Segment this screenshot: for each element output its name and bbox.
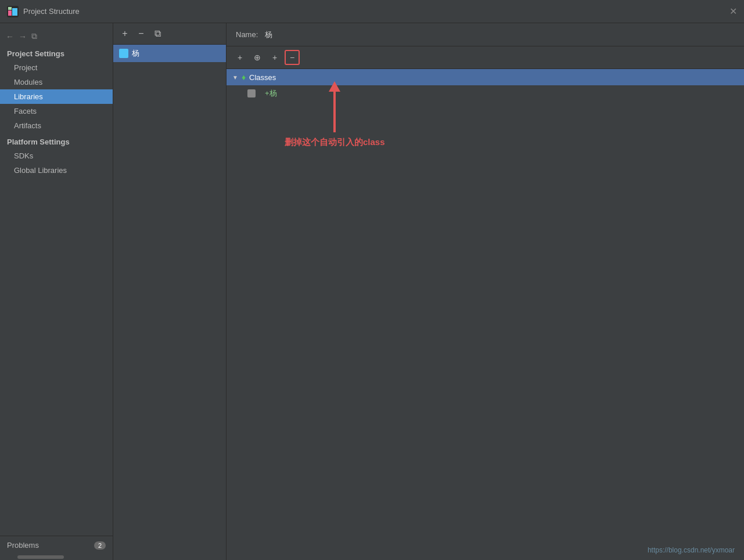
problems-section[interactable]: Problems 2: [0, 536, 113, 554]
name-row: Name:: [227, 23, 744, 46]
footer-url: https://blog.csdn.net/yxmoar: [648, 546, 735, 554]
classes-folder-icon: ♦: [242, 73, 246, 82]
right-toolbar: + ⊕ + −: [227, 46, 744, 69]
main-area: + − ⧉ 杨 Name: + ⊕: [113, 23, 744, 560]
child-icon: [247, 89, 256, 97]
sidebar-item-facets[interactable]: Facets: [0, 104, 113, 118]
list-item-selected[interactable]: 杨: [113, 45, 226, 62]
left-list-panel: + − ⧉ 杨: [113, 23, 227, 560]
project-settings-header: Project Settings: [0, 45, 113, 60]
title-left: Project Structure: [7, 6, 80, 17]
sidebar-item-global-libraries[interactable]: Global Libraries: [0, 163, 113, 178]
copy-button[interactable]: ⧉: [31, 31, 37, 41]
close-button[interactable]: ✕: [729, 6, 737, 17]
sidebar: ← → ⧉ Project Settings Project Modules L…: [0, 23, 113, 560]
tree-child-item[interactable]: +杨: [227, 85, 744, 102]
library-icon: [119, 49, 128, 58]
project-structure-window: Project Structure ✕ ← → ⧉ Project Settin…: [0, 0, 744, 560]
window-title: Project Structure: [23, 7, 80, 16]
name-label: Name:: [236, 30, 258, 39]
sidebar-item-artifacts[interactable]: Artifacts: [0, 118, 113, 133]
back-button[interactable]: ←: [6, 32, 14, 41]
sidebar-item-project[interactable]: Project: [0, 60, 113, 75]
forward-button[interactable]: →: [19, 32, 27, 41]
app-icon: [7, 6, 19, 17]
classes-label: Classes: [249, 73, 276, 82]
sidebar-scrollbar: [0, 554, 113, 560]
sidebar-item-modules[interactable]: Modules: [0, 75, 113, 89]
classes-tree: ▼ ♦ Classes +杨: [227, 69, 744, 560]
svg-rect-2: [12, 8, 17, 16]
tree-collapse-icon: ▼: [232, 74, 238, 81]
title-bar: Project Structure ✕: [0, 0, 744, 23]
svg-rect-1: [8, 10, 12, 16]
name-input[interactable]: [263, 29, 735, 40]
list-remove-button[interactable]: −: [134, 27, 148, 41]
child-plus-text: +杨: [265, 88, 277, 99]
platform-settings-header: Platform Settings: [0, 133, 113, 149]
svg-rect-3: [8, 7, 12, 10]
sidebar-item-libraries[interactable]: Libraries: [0, 89, 113, 104]
rt-add2-button[interactable]: +: [267, 50, 282, 65]
right-panel: Name: + ⊕ + − ▼ ♦ Classes: [227, 23, 744, 560]
problems-label: Problems: [7, 541, 39, 550]
sidebar-nav: ← → ⧉ Project Settings Project Modules L…: [0, 23, 113, 536]
body: ← → ⧉ Project Settings Project Modules L…: [0, 23, 744, 560]
list-add-button[interactable]: +: [118, 27, 132, 41]
rt-add-button[interactable]: +: [232, 50, 247, 65]
list-copy-button[interactable]: ⧉: [150, 27, 164, 41]
sidebar-item-sdks[interactable]: SDKs: [0, 149, 113, 163]
tree-header-classes[interactable]: ▼ ♦ Classes: [227, 69, 744, 85]
rt-remove-button[interactable]: −: [285, 50, 300, 65]
list-item-label: 杨: [132, 48, 139, 59]
problems-badge: 2: [94, 541, 106, 550]
list-toolbar: + − ⧉: [113, 23, 226, 45]
scrollbar-thumb[interactable]: [17, 555, 64, 559]
rt-add-dir-button[interactable]: ⊕: [250, 50, 265, 65]
nav-top: ← → ⧉: [0, 28, 113, 45]
